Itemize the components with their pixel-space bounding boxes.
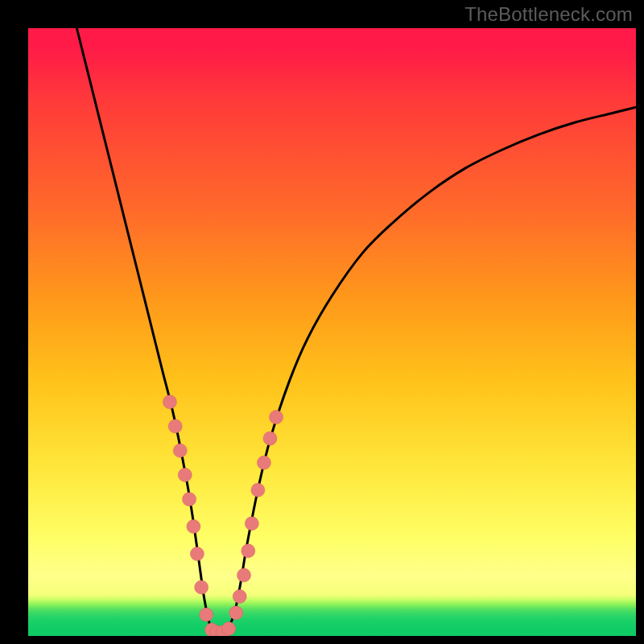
bottleneck-curve-svg [28,28,636,636]
curve-marker [222,621,236,635]
curve-marker [178,468,192,481]
curve-marker [270,411,283,424]
plot-area [28,28,636,636]
curve-marker [190,547,204,561]
watermark-text: TheBottleneck.com [464,3,633,26]
bottleneck-curve [76,28,636,634]
curve-marker [183,493,196,506]
chart-frame: TheBottleneck.com [0,0,644,644]
curve-marker [233,589,246,603]
curve-marker [245,517,258,530]
curve-marker [187,520,200,534]
curve-marker [242,544,255,558]
curve-marker [163,395,176,409]
curve-marker [263,431,277,445]
curve-marker [251,483,265,497]
curve-marker [195,580,208,594]
curve-marker [237,568,251,582]
curve-marker [229,606,243,620]
curve-marker [257,456,270,469]
curve-marker [200,608,213,621]
curve-marker [168,419,182,433]
curve-marker [173,444,187,457]
